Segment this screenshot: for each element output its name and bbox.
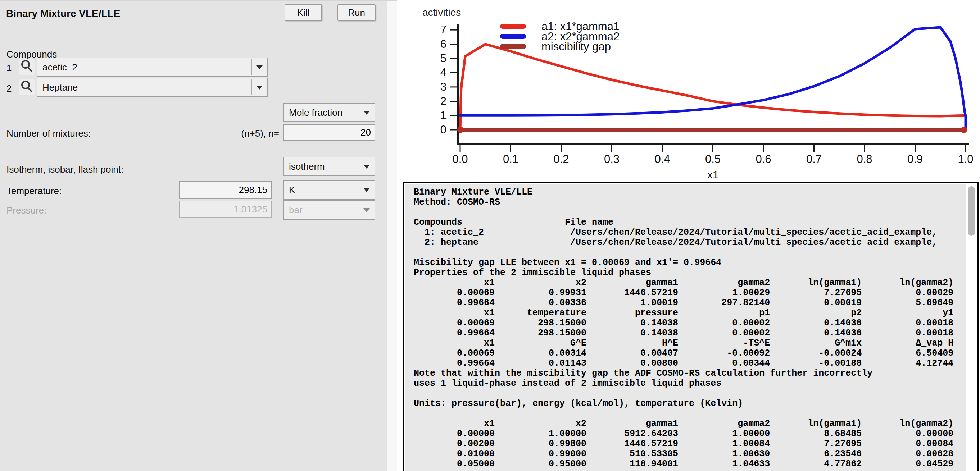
- legend-swatch: [500, 34, 526, 39]
- compound-2-search-button[interactable]: [19, 79, 35, 95]
- combo-separator: [359, 182, 360, 198]
- app-window: { "left_panel": { "title": "Binary Mixtu…: [0, 0, 980, 471]
- mixtures-n-label: (n+5), n=: [208, 128, 279, 139]
- console-scrollbar-thumb[interactable]: [968, 186, 975, 236]
- combo-separator: [359, 105, 360, 120]
- combo-separator: [251, 59, 252, 75]
- compound-2-value: Heptane: [43, 82, 78, 93]
- compound-2-index: 2: [6, 83, 11, 94]
- svg-text:0.5: 0.5: [705, 153, 721, 165]
- settings-panel: Binary Mixture VLE/LLE Kill Run Compound…: [0, 0, 397, 471]
- temperature-label: Temperature:: [6, 186, 62, 197]
- chevron-down-icon: [363, 165, 370, 169]
- temperature-unit-value: K: [289, 184, 295, 196]
- svg-text:0.2: 0.2: [553, 153, 569, 165]
- compound-2-combobox[interactable]: Heptane: [37, 78, 268, 97]
- mode-value: isotherm: [289, 161, 325, 172]
- svg-text:5: 5: [440, 52, 447, 65]
- chevron-down-icon: [256, 65, 262, 70]
- svg-text:0: 0: [440, 123, 447, 136]
- svg-text:0.1: 0.1: [503, 153, 519, 165]
- temperature-input[interactable]: [179, 181, 272, 199]
- pressure-input: [179, 201, 272, 218]
- legend-swatch: [500, 24, 526, 29]
- page-title: Binary Mixture VLE/LLE: [6, 8, 120, 19]
- mode-combobox[interactable]: isotherm: [283, 157, 375, 176]
- search-icon: [19, 59, 34, 75]
- mixtures-input[interactable]: [283, 124, 375, 141]
- svg-text:0.6: 0.6: [756, 153, 771, 165]
- svg-text:0.0: 0.0: [452, 153, 468, 165]
- chevron-down-icon: [363, 111, 370, 115]
- temperature-unit-combobox[interactable]: K: [283, 180, 375, 200]
- combo-separator: [359, 159, 360, 174]
- pressure-unit-combobox: bar: [283, 200, 375, 220]
- pressure-label: Pressure:: [6, 205, 46, 216]
- chevron-down-icon: [256, 86, 262, 90]
- compound-1-value: acetic_2: [43, 62, 77, 73]
- chevron-down-icon: [363, 208, 370, 212]
- svg-text:0.4: 0.4: [654, 153, 670, 165]
- svg-text:1: 1: [440, 109, 447, 122]
- svg-text:2: 2: [440, 95, 447, 108]
- kill-button[interactable]: Kill: [285, 4, 322, 21]
- svg-text:3: 3: [440, 81, 447, 93]
- svg-text:0.8: 0.8: [857, 153, 872, 165]
- activities-chart: activities012345670.00.10.20.30.40.50.60…: [397, 0, 980, 182]
- svg-text:7: 7: [440, 23, 447, 36]
- svg-text:x1: x1: [707, 169, 719, 181]
- output-text: Binary Mixture VLE/LLE Method: COSMO-RS …: [414, 187, 953, 469]
- svg-text:0.9: 0.9: [907, 153, 923, 165]
- svg-text:0.7: 0.7: [806, 153, 822, 165]
- svg-text:6: 6: [440, 38, 447, 50]
- compound-1-combobox[interactable]: acetic_2: [37, 57, 268, 77]
- combo-separator: [359, 202, 360, 218]
- mode-label: Isotherm, isobar, flash point:: [6, 164, 123, 175]
- chevron-down-icon: [363, 188, 370, 192]
- svg-text:4: 4: [440, 66, 447, 79]
- amount-unit-value: Mole fraction: [289, 107, 342, 118]
- compound-1-index: 1: [6, 63, 11, 74]
- svg-text:0.3: 0.3: [604, 153, 619, 165]
- combo-separator: [251, 79, 252, 95]
- pressure-unit-value: bar: [289, 205, 302, 216]
- compound-1-search-button[interactable]: [19, 59, 35, 75]
- chart-title: activities: [422, 7, 461, 18]
- output-console: Binary Mixture VLE/LLE Method: COSMO-RS …: [402, 182, 979, 471]
- legend-label: miscibility gap: [541, 40, 611, 53]
- run-button[interactable]: Run: [337, 4, 375, 21]
- search-icon: [19, 79, 34, 95]
- panel-scrollbar-track[interactable]: [387, 1, 397, 471]
- amount-unit-combobox[interactable]: Mole fraction: [283, 103, 375, 122]
- mixtures-label: Number of mixtures:: [6, 128, 91, 139]
- console-scrollbar-track[interactable]: [966, 184, 977, 471]
- svg-text:1.0: 1.0: [958, 153, 973, 165]
- legend-swatch: [500, 44, 526, 49]
